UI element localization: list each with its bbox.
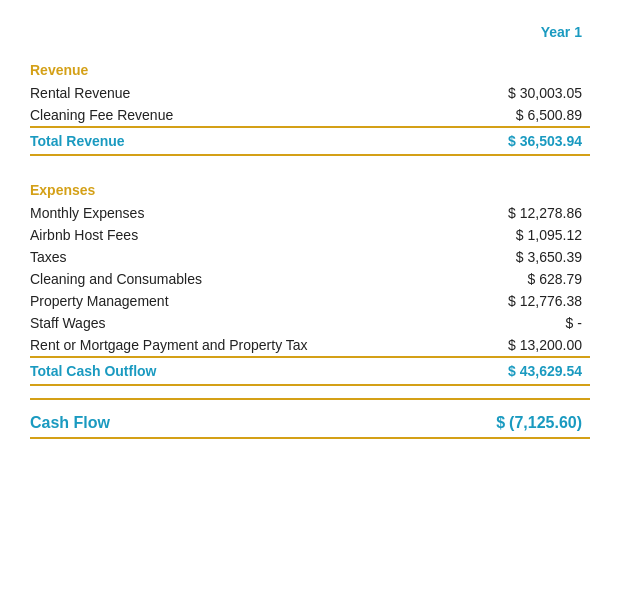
total-revenue-label: Total Revenue — [30, 127, 422, 155]
property-management-value: $12,776.38 — [422, 290, 590, 312]
spacer — [30, 385, 590, 399]
expenses-section-header: Expenses — [30, 168, 590, 202]
total-outflow-label: Total Cash Outflow — [30, 357, 422, 385]
cleaning-fee-revenue-value: $6,500.89 — [422, 104, 590, 127]
rental-revenue-dollar: $ — [508, 85, 516, 101]
staff-wages-label: Staff Wages — [30, 312, 422, 334]
table-row: Taxes $3,650.39 — [30, 246, 590, 268]
year1-column-header: Year 1 — [422, 20, 590, 48]
table-row: Rent or Mortgage Payment and Property Ta… — [30, 334, 590, 357]
revenue-section-header: Revenue — [30, 48, 590, 82]
total-outflow-row: Total Cash Outflow $43,629.54 — [30, 357, 590, 385]
expenses-label: Expenses — [30, 168, 590, 202]
airbnb-fees-value: $1,095.12 — [422, 224, 590, 246]
revenue-label: Revenue — [30, 48, 590, 82]
cleaning-consumables-label: Cleaning and Consumables — [30, 268, 422, 290]
rental-revenue-amount: 30,003.05 — [520, 85, 582, 101]
table-row: Cleaning Fee Revenue $6,500.89 — [30, 104, 590, 127]
monthly-expenses-value: $12,278.86 — [422, 202, 590, 224]
total-outflow-value: $43,629.54 — [422, 357, 590, 385]
property-management-label: Property Management — [30, 290, 422, 312]
table-row: Cleaning and Consumables $628.79 — [30, 268, 590, 290]
total-revenue-value: $36,503.94 — [422, 127, 590, 155]
table-row: Property Management $12,776.38 — [30, 290, 590, 312]
cleaning-fee-dollar: $ — [516, 107, 524, 123]
total-revenue-row: Total Revenue $36,503.94 — [30, 127, 590, 155]
table-row: Monthly Expenses $12,278.86 — [30, 202, 590, 224]
mortgage-value: $13,200.00 — [422, 334, 590, 357]
cleaning-fee-amount: 6,500.89 — [528, 107, 583, 123]
rental-revenue-label: Rental Revenue — [30, 82, 422, 104]
total-revenue-amount: 36,503.94 — [520, 133, 582, 149]
mortgage-label: Rent or Mortgage Payment and Property Ta… — [30, 334, 422, 357]
cashflow-row: Cash Flow $(7,125.60) — [30, 399, 590, 438]
spacer — [30, 155, 590, 168]
financial-table: Year 1 Revenue Rental Revenue $30,003.05… — [30, 20, 590, 439]
cleaning-fee-revenue-label: Cleaning Fee Revenue — [30, 104, 422, 127]
total-revenue-dollar: $ — [508, 133, 516, 149]
staff-wages-value: $- — [422, 312, 590, 334]
cashflow-label: Cash Flow — [30, 399, 422, 438]
table-row: Rental Revenue $30,003.05 — [30, 82, 590, 104]
label-column-header — [30, 20, 422, 48]
cashflow-value: $(7,125.60) — [422, 399, 590, 438]
table-row: Staff Wages $- — [30, 312, 590, 334]
cleaning-consumables-value: $628.79 — [422, 268, 590, 290]
taxes-value: $3,650.39 — [422, 246, 590, 268]
airbnb-fees-label: Airbnb Host Fees — [30, 224, 422, 246]
monthly-expenses-label: Monthly Expenses — [30, 202, 422, 224]
taxes-label: Taxes — [30, 246, 422, 268]
table-row: Airbnb Host Fees $1,095.12 — [30, 224, 590, 246]
rental-revenue-value: $30,003.05 — [422, 82, 590, 104]
